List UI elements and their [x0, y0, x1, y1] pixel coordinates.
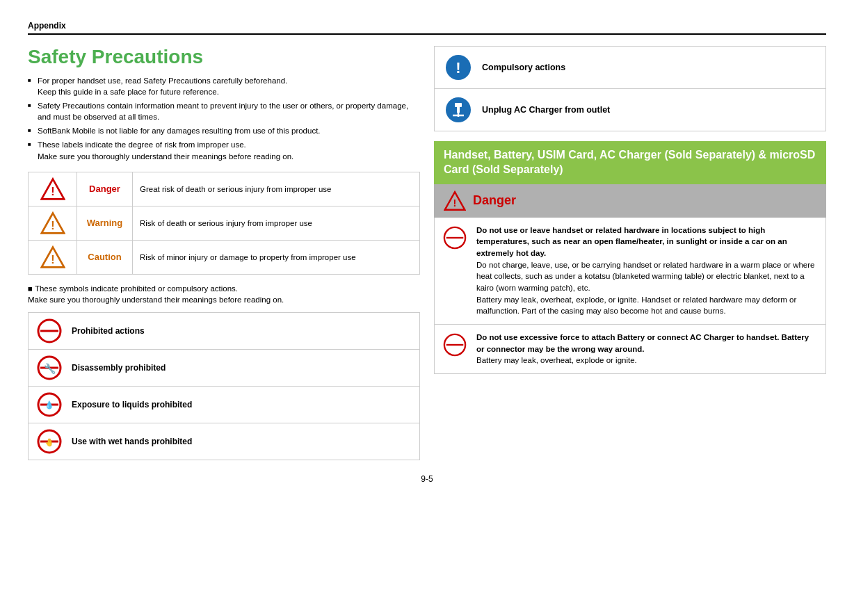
danger-entry-2-text: Do not use excessive force to attach Bat… — [476, 332, 817, 366]
warning-triangle-icon: ! — [40, 211, 65, 236]
danger-entry-1-text: Do not use or leave handset or related h… — [476, 225, 817, 317]
svg-rect-21 — [457, 107, 460, 113]
right-column: ! Compulsory actions Unplug AC C — [434, 46, 826, 460]
safety-bullets: For proper handset use, read Safety Prec… — [28, 75, 420, 162]
danger-desc: Great risk of death or serious injury fr… — [133, 172, 419, 206]
danger-icon-cell: ! — [29, 172, 77, 206]
disassembly-row: 🔧 Disassembly prohibited — [29, 350, 419, 387]
unplug-text: Unplug AC Charger from outlet — [482, 105, 610, 115]
warning-desc: Risk of death or serious injury from imp… — [133, 206, 419, 240]
appendix-label: Appendix — [28, 21, 826, 31]
danger-triangle-icon: ! — [40, 177, 65, 202]
svg-text:!: ! — [456, 59, 460, 76]
svg-text:!: ! — [51, 219, 54, 232]
disassembly-text: Disassembly prohibited — [72, 363, 166, 373]
svg-text:🔧: 🔧 — [44, 363, 56, 375]
danger-entry-2-icon — [443, 332, 468, 357]
liquids-row: 💧 Exposure to liquids prohibited — [29, 387, 419, 423]
danger-entry-1-icon — [443, 225, 468, 250]
caution-icon-cell: ! — [29, 241, 77, 274]
wet-hands-text: Use with wet hands prohibited — [72, 437, 192, 446]
wet-hands-icon: 🤚 — [35, 429, 63, 454]
svg-text:!: ! — [453, 197, 457, 209]
liquids-text: Exposure to liquids prohibited — [72, 400, 192, 410]
danger-section-triangle-icon: ! — [444, 190, 466, 212]
caution-triangle-icon: ! — [40, 245, 65, 270]
svg-text:💧: 💧 — [45, 400, 54, 410]
compulsory-actions-row: ! Compulsory actions — [435, 47, 825, 89]
svg-text:!: ! — [51, 185, 54, 197]
caution-label: Caution — [77, 241, 133, 274]
danger-row: ! Danger Great risk of death or serious … — [29, 172, 419, 206]
left-column: Safety Precautions For proper handset us… — [28, 46, 420, 460]
warning-row: ! Warning Risk of death or serious injur… — [29, 206, 419, 241]
page-number: 9-5 — [28, 474, 826, 484]
prohibited-actions-text: Prohibited actions — [72, 326, 145, 336]
symbol-table: Prohibited actions 🔧 Disassembly prohibi… — [28, 312, 420, 460]
danger-entry-1: Do not use or leave handset or related h… — [435, 218, 825, 325]
caution-row: ! Caution Risk of minor injury or damage… — [29, 241, 419, 274]
warning-label: Warning — [77, 206, 133, 240]
bullet-3: SoftBank Mobile is not liable for any da… — [28, 125, 420, 136]
danger-entry-2: Do not use excessive force to attach Bat… — [435, 325, 825, 373]
bullet-4: These labels indicate the degree of risk… — [28, 139, 420, 161]
prohibited-actions-row: Prohibited actions — [29, 313, 419, 350]
svg-rect-20 — [455, 103, 462, 107]
unplug-icon — [443, 96, 474, 124]
risk-table: ! Danger Great risk of death or serious … — [28, 172, 420, 275]
liquids-icon: 💧 — [35, 392, 63, 417]
bullet-1: For proper handset use, read Safety Prec… — [28, 75, 420, 97]
disassembly-icon: 🔧 — [35, 355, 63, 380]
svg-text:🤚: 🤚 — [45, 437, 54, 447]
compulsory-actions-text: Compulsory actions — [482, 63, 565, 72]
compulsory-icon: ! — [443, 54, 474, 81]
handset-header: Handset, Battery, USIM Card, AC Charger … — [434, 141, 826, 184]
right-symbol-table: ! Compulsory actions Unplug AC C — [434, 46, 826, 131]
no-entry-icon — [35, 318, 63, 343]
wet-hands-row: 🤚 Use with wet hands prohibited — [29, 423, 419, 460]
warning-icon-cell: ! — [29, 206, 77, 240]
bullet-2: Safety Precautions contain information m… — [28, 100, 420, 122]
danger-content: Do not use or leave handset or related h… — [434, 218, 826, 374]
symbols-note: ■ These symbols indicate prohibited or c… — [28, 283, 420, 305]
danger-section-header: ! Danger — [434, 184, 826, 218]
safety-title: Safety Precautions — [28, 46, 420, 68]
unplug-row: Unplug AC Charger from outlet — [435, 89, 825, 131]
danger-section-title: Danger — [473, 193, 516, 208]
danger-label: Danger — [77, 172, 133, 206]
caution-desc: Risk of minor injury or damage to proper… — [133, 241, 419, 274]
svg-text:!: ! — [51, 253, 54, 266]
